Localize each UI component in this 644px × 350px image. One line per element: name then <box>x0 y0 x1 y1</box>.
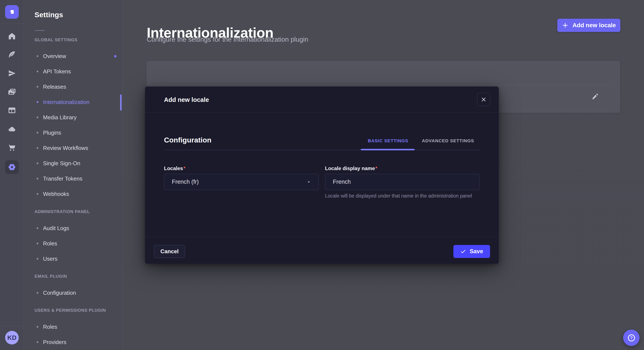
bullet-icon <box>37 147 38 149</box>
overview-notification-dot <box>114 55 116 57</box>
section-users-permissions-plugin: USERS & PERMISSIONS PLUGIN <box>34 308 106 313</box>
bullet-icon <box>37 178 38 179</box>
locales-label: Locales* <box>164 166 186 172</box>
bullet-icon <box>37 86 38 88</box>
modal-title: Add new locale <box>164 96 209 103</box>
active-tab-indicator <box>361 149 415 150</box>
bullet-icon <box>37 292 38 294</box>
page-subtitle: Configure the settings for the Internati… <box>147 36 308 43</box>
bullet-icon <box>37 227 38 229</box>
display-name-field <box>325 174 480 190</box>
chevron-down-icon <box>306 179 311 184</box>
pencil-icon <box>592 93 599 100</box>
display-name-label: Locale display name* <box>325 166 377 172</box>
home-icon[interactable] <box>7 31 16 41</box>
bullet-icon <box>37 55 38 57</box>
bullet-icon <box>37 243 38 244</box>
table-header-divider <box>155 85 612 85</box>
display-name-input[interactable] <box>325 174 480 190</box>
sidebar-item-plugins[interactable]: Plugins <box>37 128 61 137</box>
avatar-initials: KD <box>7 334 16 341</box>
svg-text:?: ? <box>630 336 632 340</box>
sidebar-item-webhooks[interactable]: Webhooks <box>37 190 69 198</box>
sidebar-item-email-configuration[interactable]: Configuration <box>37 289 76 297</box>
cancel-button[interactable]: Cancel <box>154 245 185 258</box>
active-item-indicator <box>120 94 122 111</box>
bullet-icon <box>37 117 38 118</box>
edit-locale-button[interactable] <box>591 93 599 100</box>
help-icon: ? <box>627 334 636 342</box>
save-button-label: Save <box>470 248 483 255</box>
bullet-icon <box>37 132 38 134</box>
sidebar-title: Settings <box>34 11 63 19</box>
sidebar-item-single-sign-on[interactable]: Single Sign-On <box>37 159 80 168</box>
settings-sidebar: Settings GLOBAL SETTINGS Overview API To… <box>24 0 123 350</box>
sidebar-item-media-library[interactable]: Media Library <box>37 113 77 122</box>
add-new-locale-button[interactable]: Add new locale <box>557 19 620 32</box>
locales-select[interactable]: French (fr) <box>164 174 319 190</box>
add-locale-modal: Add new locale Configuration BASIC SETTI… <box>145 87 499 264</box>
sidebar-item-admin-users[interactable]: Users <box>37 255 58 263</box>
display-name-hint: Locale will be displayed under that name… <box>325 192 482 199</box>
section-administration-panel: ADMINISTRATION PANEL <box>34 209 90 214</box>
plus-icon <box>562 22 568 29</box>
bullet-icon <box>37 193 38 195</box>
bullet-icon <box>37 101 38 103</box>
bullet-icon <box>37 326 38 328</box>
media-library-icon[interactable] <box>7 87 16 97</box>
bullet-icon <box>37 163 38 164</box>
strapi-logo[interactable] <box>5 5 19 19</box>
cart-icon[interactable] <box>7 143 16 152</box>
feather-icon[interactable] <box>7 50 16 59</box>
required-asterisk: * <box>183 166 185 171</box>
sidebar-item-up-providers[interactable]: Providers <box>37 338 66 347</box>
modal-close-button[interactable] <box>477 93 490 106</box>
bullet-icon <box>37 71 38 72</box>
user-avatar[interactable]: KD <box>5 331 19 345</box>
strapi-admin-screen: KD Settings GLOBAL SETTINGS Overview API… <box>0 0 644 350</box>
add-button-label: Add new locale <box>572 22 616 29</box>
close-icon <box>480 96 487 103</box>
tabs-divider <box>164 150 481 150</box>
modal-section-title: Configuration <box>164 136 212 144</box>
save-button[interactable]: Save <box>454 245 490 258</box>
bullet-icon <box>37 258 38 260</box>
paper-plane-icon[interactable] <box>7 69 16 78</box>
tab-advanced-settings[interactable]: ADVANCED SETTINGS <box>422 138 474 143</box>
sidebar-title-underline <box>35 30 45 31</box>
check-icon <box>460 249 466 255</box>
sidebar-item-review-workflows[interactable]: Review Workflows <box>37 144 88 152</box>
modal-header: Add new locale <box>145 87 499 113</box>
section-global-settings: GLOBAL SETTINGS <box>34 37 78 42</box>
sidebar-item-up-roles[interactable]: Roles <box>37 323 57 331</box>
modal-footer-divider <box>145 237 499 237</box>
sidebar-item-api-tokens[interactable]: API Tokens <box>37 67 71 76</box>
strapi-logo-glyph <box>8 8 16 16</box>
sidebar-item-audit-logs[interactable]: Audit Logs <box>37 224 69 232</box>
sidebar-item-releases[interactable]: Releases <box>37 82 66 91</box>
sidebar-item-overview[interactable]: Overview <box>37 52 66 60</box>
tab-basic-settings[interactable]: BASIC SETTINGS <box>368 138 408 143</box>
bullet-icon <box>37 341 38 343</box>
sidebar-item-admin-roles[interactable]: Roles <box>37 239 57 248</box>
gear-icon <box>7 163 16 172</box>
layout-icon[interactable] <box>7 106 16 115</box>
section-email-plugin: EMAIL PLUGIN <box>34 274 67 279</box>
icon-rail: KD <box>0 0 24 350</box>
locales-selected-value: French (fr) <box>172 178 199 185</box>
cloud-icon[interactable] <box>7 124 16 134</box>
help-fab-button[interactable]: ? <box>623 330 640 346</box>
required-asterisk: * <box>376 166 377 171</box>
settings-active-tile[interactable] <box>5 160 19 174</box>
sidebar-item-internationalization[interactable]: Internationalization <box>37 98 90 106</box>
sidebar-item-transfer-tokens[interactable]: Transfer Tokens <box>37 174 82 183</box>
